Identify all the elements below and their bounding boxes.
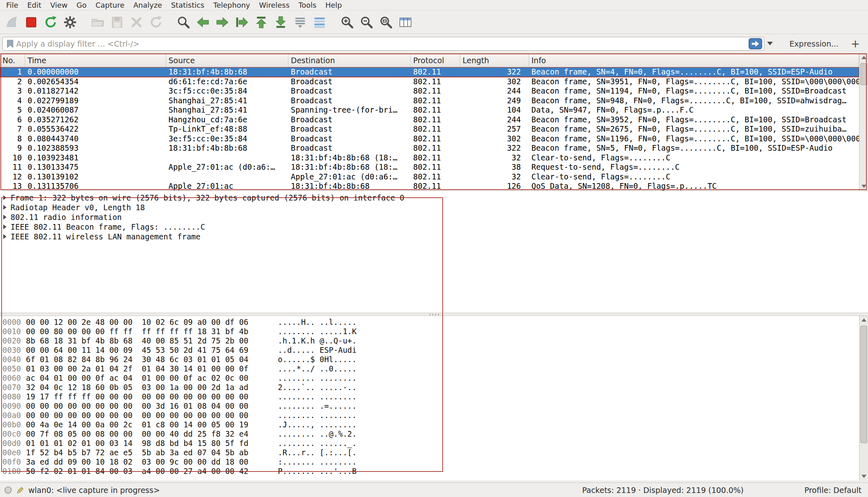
go-forward-button[interactable] xyxy=(213,13,232,32)
hex-line[interactable]: 00e01f 52 b4 b5 b7 72 ae e5 5b ab 3a ed … xyxy=(0,448,859,457)
packet-list-scrollbar[interactable] xyxy=(859,53,868,190)
packet-row-1[interactable]: 10.00000000018:31:bf:4b:8b:68Broadcast80… xyxy=(0,67,859,77)
hex-line[interactable]: 005001 03 00 00 2a 01 04 2f 01 04 30 14 … xyxy=(0,364,859,373)
expression-button[interactable]: Expression... xyxy=(785,39,842,48)
menu-help[interactable]: Help xyxy=(321,0,346,10)
hex-line[interactable]: 00c000 7f 08 05 00 08 00 00 00 00 40 dd … xyxy=(0,429,859,439)
apply-filter-button[interactable] xyxy=(749,38,762,50)
packet-row-9[interactable]: 90.10238859318:31:bf:4b:8b:68Broadcast80… xyxy=(0,143,859,153)
capture-comment-icon[interactable] xyxy=(16,486,24,494)
packet-row-10[interactable]: 100.10392348118:31:bf:4b:8b:68 (18:…802.… xyxy=(0,153,859,163)
column-header-info[interactable]: Info xyxy=(529,53,859,67)
scroll-down-arrow[interactable] xyxy=(859,472,868,480)
save-file-icon xyxy=(110,15,124,29)
expander-icon[interactable] xyxy=(3,234,6,239)
hex-line[interactable]: 00a000 00 00 00 00 00 00 00 00 00 00 00 … xyxy=(0,411,859,420)
expander-icon[interactable] xyxy=(3,195,6,200)
expert-info-icon[interactable] xyxy=(4,486,12,494)
display-filter-field[interactable] xyxy=(2,37,764,51)
column-header-protocol[interactable]: Protocol xyxy=(411,53,460,67)
menu-view[interactable]: View xyxy=(46,0,72,10)
packet-row-11[interactable]: 110.130133475Apple_27:01:ac (d0:a6:…18:3… xyxy=(0,162,859,172)
go-to-packet-button[interactable] xyxy=(232,13,251,32)
hex-line[interactable]: 000000 00 12 00 2e 48 00 00 10 02 6c 09 … xyxy=(0,318,859,327)
zoom-original-button[interactable] xyxy=(377,13,395,32)
cell-protocol: 802.11 xyxy=(411,77,460,87)
hex-line[interactable]: 00f03a ed dd 09 00 10 18 02 03 00 9c 00 … xyxy=(0,457,859,467)
cell-destination: 18:31:bf:4b:8b:68 xyxy=(288,181,411,190)
hex-line[interactable]: 001000 00 80 00 00 00 ff ff ff ff ff ff … xyxy=(0,327,859,336)
bytes-pane-scrollbar[interactable] xyxy=(859,316,868,480)
add-filter-button[interactable]: + xyxy=(849,37,866,50)
column-header-source[interactable]: Source xyxy=(166,53,288,67)
packet-row-2[interactable]: 20.002654354d6:61:fe:cd:7a:6eBroadcast80… xyxy=(0,77,859,87)
menu-file[interactable]: File xyxy=(2,0,23,10)
scroll-down-arrow[interactable] xyxy=(859,182,868,190)
column-header-destination[interactable]: Destination xyxy=(288,53,411,67)
resize-columns-button[interactable] xyxy=(396,13,415,32)
stop-capture-button[interactable] xyxy=(22,13,41,32)
hex-line[interactable]: 00b000 4a 0e 14 00 0a 00 2c 01 c8 00 14 … xyxy=(0,420,859,429)
scroll-up-arrow[interactable] xyxy=(859,316,868,324)
packet-row-13[interactable]: 130.131135706Apple_27:01:ac18:31:bf:4b:8… xyxy=(0,181,859,190)
hex-line[interactable]: 00406f 01 08 82 84 8b 96 24 30 48 6c 03 … xyxy=(0,355,859,364)
display-filter-input[interactable] xyxy=(16,39,749,48)
restart-capture-button[interactable] xyxy=(41,13,60,32)
menu-analyze[interactable]: Analyze xyxy=(129,0,166,10)
packet-row-7[interactable]: 70.055536422Tp-LinkT_ef:48:88Broadcast80… xyxy=(0,124,859,134)
go-first-button[interactable] xyxy=(252,13,271,32)
pane-splitter[interactable] xyxy=(0,313,868,316)
cell-source: 3e:f5:cc:0e:35:84 xyxy=(166,134,288,144)
hex-line[interactable]: 007032 04 0c 12 18 60 0b 05 03 00 1a 00 … xyxy=(0,383,859,392)
hex-line[interactable]: 010050 f2 02 01 01 84 00 03 a4 00 00 27 … xyxy=(0,467,859,476)
menu-capture[interactable]: Capture xyxy=(91,0,129,10)
hex-line[interactable]: 003000 00 64 00 11 14 00 09 45 53 50 2d … xyxy=(0,346,859,355)
hex-line[interactable]: 009000 00 00 00 00 00 00 00 00 3d 16 01 … xyxy=(0,401,859,411)
packet-list-scroll-thumb[interactable] xyxy=(860,63,867,85)
packet-row-3[interactable]: 30.0118271423c:f5:cc:0e:35:84Broadcast80… xyxy=(0,86,859,96)
packet-row-12[interactable]: 120.130139102Apple_27:01:ac (d0:a6:…802.… xyxy=(0,172,859,182)
hex-line[interactable]: 0060ac 04 01 00 00 0f ac 04 01 00 00 0f … xyxy=(0,373,859,383)
scroll-up-arrow[interactable] xyxy=(859,53,868,62)
menu-tools[interactable]: Tools xyxy=(294,0,321,10)
packet-row-6[interactable]: 60.035271262Hangzhou_cd:7a:6eBroadcast80… xyxy=(0,115,859,125)
filter-dropdown-button[interactable] xyxy=(764,37,776,51)
find-packet-button[interactable] xyxy=(174,13,193,32)
menu-go[interactable]: Go xyxy=(72,0,91,10)
colorize-button[interactable] xyxy=(310,13,329,32)
detail-line[interactable]: 802.11 radio information xyxy=(0,212,868,222)
menu-statistics[interactable]: Statistics xyxy=(166,0,209,10)
capture-options-button[interactable] xyxy=(61,13,79,32)
profile-label[interactable]: Profile: Default xyxy=(804,486,862,495)
cell-time: 0.080443740 xyxy=(25,134,166,144)
hex-line[interactable]: 00d001 01 01 02 01 00 03 14 98 d8 bd b4 … xyxy=(0,439,859,448)
reload-file-icon xyxy=(149,15,163,29)
hex-line[interactable]: 00208b 68 18 31 bf 4b 8b 68 40 00 85 51 … xyxy=(0,336,859,346)
packet-row-8[interactable]: 80.0804437403e:f5:cc:0e:35:84Broadcast80… xyxy=(0,134,859,144)
auto-scroll-button[interactable] xyxy=(291,13,309,32)
packet-row-5[interactable]: 50.024060087Shanghai_27:85:41Spanning-tr… xyxy=(0,105,859,115)
detail-line[interactable]: Frame 1: 322 bytes on wire (2576 bits), … xyxy=(0,193,868,203)
menu-telephony[interactable]: Telephony xyxy=(209,0,254,10)
cell-info: Beacon frame, SN=3951, FN=0, Flags=.....… xyxy=(529,77,859,87)
expander-icon[interactable] xyxy=(3,215,6,220)
cell-source: Tp-LinkT_ef:48:88 xyxy=(166,124,288,134)
packet-row-4[interactable]: 40.022799189Shanghai_27:85:41Broadcast80… xyxy=(0,96,859,106)
menu-edit[interactable]: Edit xyxy=(23,0,46,10)
zoom-out-button[interactable] xyxy=(357,13,376,32)
expander-icon[interactable] xyxy=(3,224,6,229)
detail-line[interactable]: Radiotap Header v0, Length 18 xyxy=(0,203,868,212)
column-header-time[interactable]: Time xyxy=(25,53,166,67)
menu-wireless[interactable]: Wireless xyxy=(254,0,294,10)
go-last-button[interactable] xyxy=(271,13,290,32)
bytes-pane-scroll-thumb[interactable] xyxy=(860,326,867,443)
expander-icon[interactable] xyxy=(3,205,6,210)
filter-bookmark-icon[interactable] xyxy=(6,39,15,48)
hex-line[interactable]: 008019 17 ff ff ff 00 00 00 00 00 00 00 … xyxy=(0,392,859,401)
detail-line[interactable]: IEEE 802.11 wireless LAN management fram… xyxy=(0,232,868,241)
zoom-in-button[interactable] xyxy=(338,13,356,32)
column-header-length[interactable]: Length xyxy=(460,53,529,67)
column-header-no[interactable]: No. xyxy=(0,53,25,67)
go-back-button[interactable] xyxy=(194,13,212,32)
detail-line[interactable]: IEEE 802.11 Beacon frame, Flags: .......… xyxy=(0,222,868,232)
